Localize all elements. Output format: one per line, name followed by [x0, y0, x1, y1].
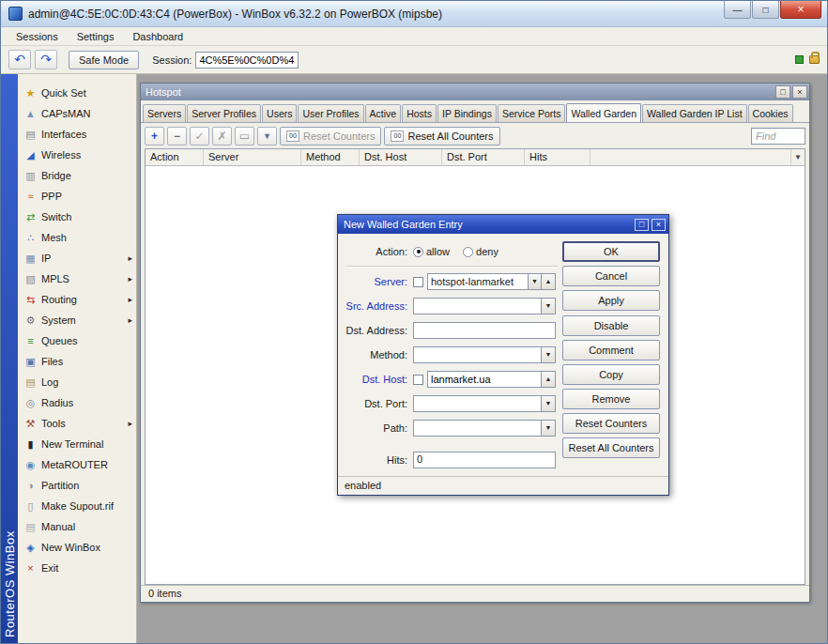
close-button[interactable]: × — [780, 1, 821, 19]
column-header-dst-port[interactable]: Dst. Port — [442, 149, 525, 165]
tab-server-profiles[interactable]: Server Profiles — [187, 104, 261, 122]
column-header-hits[interactable]: Hits — [525, 149, 590, 165]
apply-button[interactable]: Apply — [562, 290, 660, 311]
sidebar-item-quick-set[interactable]: ★Quick Set — [18, 83, 136, 103]
dst-host-checkbox[interactable] — [413, 375, 423, 385]
tab-active[interactable]: Active — [365, 104, 402, 122]
hotspot-maximize-button[interactable]: □ — [775, 85, 790, 99]
tab-walled-garden-ip-list[interactable]: Walled Garden IP List — [642, 104, 747, 122]
disable-button[interactable]: Disable — [562, 315, 660, 336]
menubar: Sessions Settings Dashboard — [1, 27, 827, 46]
column-header-dst-host[interactable]: Dst. Host — [360, 149, 442, 165]
sidebar-item-metarouter[interactable]: ◉MetaROUTER — [18, 454, 136, 475]
sidebar-item-manual[interactable]: ▤Manual — [18, 516, 136, 537]
sidebar-item-system[interactable]: ⚙System▸ — [18, 310, 136, 330]
comment-icon[interactable]: ▭ — [235, 127, 254, 146]
dst-port-expand-icon[interactable]: ▼ — [542, 395, 556, 412]
reset-counters-dialog-button[interactable]: Reset Counters — [562, 413, 660, 434]
cancel-button[interactable]: Cancel — [562, 266, 660, 286]
tab-cookies[interactable]: Cookies — [748, 104, 793, 122]
allow-radio[interactable] — [413, 247, 423, 257]
allow-label[interactable]: allow — [426, 246, 450, 257]
menu-sessions[interactable]: Sessions — [7, 29, 68, 44]
server-checkbox[interactable] — [413, 277, 423, 287]
hotspot-titlebar[interactable]: Hotspot □ × — [141, 84, 809, 100]
column-header-server[interactable]: Server — [204, 149, 301, 165]
deny-label[interactable]: deny — [476, 246, 498, 257]
method-expand-icon[interactable]: ▼ — [542, 346, 556, 363]
undo-icon[interactable]: ↶ — [8, 50, 31, 69]
sidebar-item-exit[interactable]: ×Exit — [18, 558, 136, 578]
server-combo[interactable]: hotspot-lanmarket ▼ — [427, 273, 542, 290]
sidebar-item-ip[interactable]: ▦IP▸ — [18, 248, 136, 268]
remove-button[interactable]: Remove — [562, 389, 660, 409]
sidebar-item-routing[interactable]: ⇆Routing▸ — [18, 289, 136, 310]
filter-icon[interactable]: ▼ — [257, 127, 277, 146]
reset-counters-button[interactable]: 00 Reset Counters — [280, 127, 381, 146]
tab-walled-garden[interactable]: Walled Garden — [566, 103, 641, 123]
minimize-button[interactable]: — — [724, 1, 751, 19]
path-expand-icon[interactable]: ▼ — [542, 420, 556, 437]
ok-button[interactable]: OK — [562, 241, 660, 262]
tab-users[interactable]: Users — [262, 104, 297, 122]
dst-host-collapse-icon[interactable]: ▲ — [542, 371, 556, 388]
sidebar-item-interfaces[interactable]: ▤Interfaces — [18, 124, 136, 145]
add-icon[interactable]: + — [145, 127, 164, 146]
tab-hosts[interactable]: Hosts — [402, 104, 437, 122]
deny-radio[interactable] — [463, 247, 473, 257]
disable-icon[interactable]: ✗ — [212, 127, 232, 146]
dialog-close-button[interactable]: × — [652, 219, 666, 231]
menu-settings[interactable]: Settings — [68, 29, 124, 44]
safe-mode-button[interactable]: Safe Mode — [69, 51, 139, 69]
sidebar-item-radius[interactable]: ◎Radius — [18, 392, 136, 413]
dialog-buttons: OK Cancel Apply Disable Comment Copy Rem… — [562, 241, 662, 462]
tab-servers[interactable]: Servers — [143, 104, 186, 122]
session-input[interactable] — [195, 52, 299, 69]
column-selector-icon[interactable]: ▼ — [790, 149, 805, 165]
dst-address-input[interactable] — [413, 322, 556, 339]
menu-dashboard[interactable]: Dashboard — [123, 29, 192, 44]
sidebar-item-mesh[interactable]: ∴Mesh — [18, 227, 136, 248]
sidebar-item-switch[interactable]: ⇄Switch — [18, 207, 136, 227]
path-input[interactable] — [413, 420, 542, 437]
comment-button[interactable]: Comment — [562, 340, 660, 360]
tab-service-ports[interactable]: Service Ports — [498, 104, 565, 122]
sidebar-item-mpls[interactable]: ▧MPLS▸ — [18, 268, 136, 289]
new-winbox-icon: ◈ — [23, 542, 38, 554]
dst-host-input[interactable] — [427, 371, 542, 388]
enable-icon[interactable]: ✓ — [190, 127, 209, 146]
redo-icon[interactable]: ↷ — [35, 50, 57, 69]
server-collapse-icon[interactable]: ▲ — [542, 273, 556, 290]
sidebar-item-partition[interactable]: ◑Partition — [18, 475, 136, 496]
sidebar-item-new-terminal[interactable]: ▮New Terminal — [18, 434, 136, 454]
remove-icon[interactable]: − — [167, 127, 187, 146]
sidebar-item-make-supout[interactable]: ▯Make Supout.rif — [18, 496, 136, 516]
maximize-button[interactable]: □ — [752, 1, 779, 19]
dst-port-input[interactable] — [413, 395, 542, 412]
src-address-input[interactable] — [413, 298, 542, 314]
tab-ip-bindings[interactable]: IP Bindings — [437, 104, 497, 122]
sidebar-item-new-winbox[interactable]: ◈New WinBox — [18, 537, 136, 558]
sidebar-item-queues[interactable]: ≡Queues — [18, 330, 136, 351]
hotspot-close-button[interactable]: × — [792, 85, 807, 99]
sidebar-item-bridge[interactable]: ▥Bridge — [18, 165, 136, 186]
copy-button[interactable]: Copy — [562, 364, 660, 385]
sidebar-item-capsman[interactable]: ▲CAPsMAN — [18, 103, 136, 124]
server-dropdown-icon[interactable]: ▼ — [528, 274, 541, 289]
os-titlebar[interactable]: admin@4C:5E:0C:0D:43:C4 (PowerBox) - Win… — [1, 1, 827, 27]
sidebar-item-wireless[interactable]: ◢Wireless — [18, 145, 136, 165]
find-input[interactable] — [751, 128, 805, 145]
sidebar-item-tools[interactable]: ⚒Tools▸ — [18, 413, 136, 434]
src-address-expand-icon[interactable]: ▼ — [542, 298, 556, 314]
dialog-maximize-button[interactable]: □ — [635, 219, 649, 231]
dialog-titlebar[interactable]: New Walled Garden Entry □ × — [338, 215, 668, 234]
column-header-method[interactable]: Method — [301, 149, 360, 165]
sidebar-item-ppp[interactable]: ≈PPP — [18, 186, 136, 207]
method-input[interactable] — [413, 346, 542, 363]
sidebar-item-log[interactable]: ▤Log — [18, 372, 136, 392]
column-header-action[interactable]: Action — [146, 149, 204, 165]
reset-all-counters-dialog-button[interactable]: Reset All Counters — [562, 437, 660, 458]
tab-user-profiles[interactable]: User Profiles — [298, 104, 363, 122]
sidebar-item-files[interactable]: ▣Files — [18, 351, 136, 372]
reset-all-counters-button[interactable]: 00 Reset All Counters — [384, 127, 499, 146]
